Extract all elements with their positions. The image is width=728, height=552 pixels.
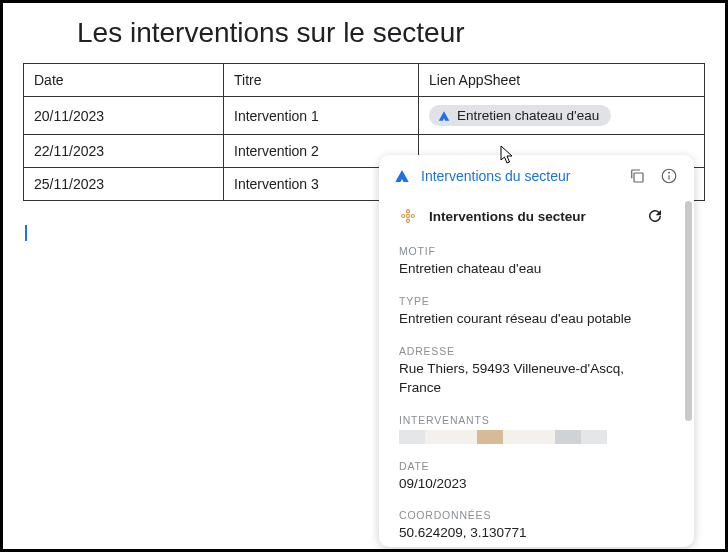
intervenant-swatch	[581, 430, 607, 444]
appsheet-chip[interactable]: Entretien chateau d'eau	[429, 105, 611, 126]
page-title: Les interventions sur le secteur	[3, 3, 725, 63]
svg-point-8	[411, 215, 414, 218]
table-row: 20/11/2023 Intervention 1 Entretien chat…	[24, 97, 705, 135]
popup-scroll-area[interactable]: Interventions du secteur MOTIF Entretien…	[379, 197, 688, 547]
svg-rect-0	[634, 173, 643, 182]
field-label: DATE	[399, 460, 664, 472]
field-value: Entretien chateau d'eau	[399, 260, 664, 279]
intervenant-swatch	[477, 430, 503, 444]
scrollbar-thumb[interactable]	[685, 201, 692, 421]
intervenant-swatch	[425, 430, 451, 444]
refresh-button[interactable]	[646, 207, 664, 225]
info-icon	[660, 167, 678, 185]
field-label: TYPE	[399, 295, 664, 307]
appsheet-icon	[437, 109, 451, 123]
popup-card-title: Interventions du secteur	[429, 209, 634, 224]
field-value: 09/10/2023	[399, 475, 664, 494]
popup-header-title: Interventions du secteur	[421, 168, 616, 184]
cell-date: 25/11/2023	[24, 168, 224, 201]
field-value: Entretien courant réseau d'eau potable	[399, 310, 664, 329]
field-motif: MOTIF Entretien chateau d'eau	[379, 239, 684, 289]
sector-icon	[399, 207, 417, 225]
field-date: DATE 09/10/2023	[379, 454, 684, 504]
field-label: INTERVENANTS	[399, 414, 664, 426]
table-header-titre: Titre	[224, 64, 419, 97]
field-label: ADRESSE	[399, 345, 664, 357]
field-label: COORDONNÉES	[399, 509, 664, 521]
cell-date: 22/11/2023	[24, 135, 224, 168]
chip-label: Entretien chateau d'eau	[457, 108, 599, 123]
intervenant-swatch	[555, 430, 581, 444]
cell-lien: Entretien chateau d'eau	[419, 97, 705, 135]
table-header-date: Date	[24, 64, 224, 97]
appsheet-preview-popup: Interventions du secteur Interventions d…	[379, 155, 694, 547]
popup-header: Interventions du secteur	[379, 155, 694, 197]
field-type: TYPE Entretien courant réseau d'eau pota…	[379, 289, 684, 339]
svg-point-6	[407, 219, 410, 222]
cell-date: 20/11/2023	[24, 97, 224, 135]
copy-icon	[628, 167, 646, 185]
svg-point-7	[402, 215, 405, 218]
field-value: Rue Thiers, 59493 Villeneuve-d'Ascq, Fra…	[399, 360, 664, 398]
field-intervenants: INTERVENANTS	[379, 408, 684, 454]
popup-card-header: Interventions du secteur	[379, 197, 684, 239]
cell-titre: Intervention 1	[224, 97, 419, 135]
svg-point-5	[407, 210, 410, 213]
intervenant-swatch	[503, 430, 529, 444]
info-button[interactable]	[658, 165, 680, 187]
field-coordonnees: COORDONNÉES 50.624209, 3.130771	[379, 503, 684, 547]
intervenant-swatch	[399, 430, 425, 444]
copy-button[interactable]	[626, 165, 648, 187]
intervenant-swatch	[451, 430, 477, 444]
svg-point-4	[406, 214, 409, 217]
field-value: 50.624209, 3.130771	[399, 524, 664, 543]
popup-body: Interventions du secteur MOTIF Entretien…	[379, 197, 694, 547]
intervenant-swatch	[529, 430, 555, 444]
popup-header-link[interactable]: Interventions du secteur	[421, 168, 570, 184]
text-caret	[25, 225, 27, 241]
field-label: MOTIF	[399, 245, 664, 257]
table-header-lien: Lien AppSheet	[419, 64, 705, 97]
svg-point-3	[669, 172, 670, 173]
intervenants-swatches	[399, 430, 664, 444]
field-adresse: ADRESSE Rue Thiers, 59493 Villeneuve-d'A…	[379, 339, 684, 408]
appsheet-icon	[393, 167, 411, 185]
